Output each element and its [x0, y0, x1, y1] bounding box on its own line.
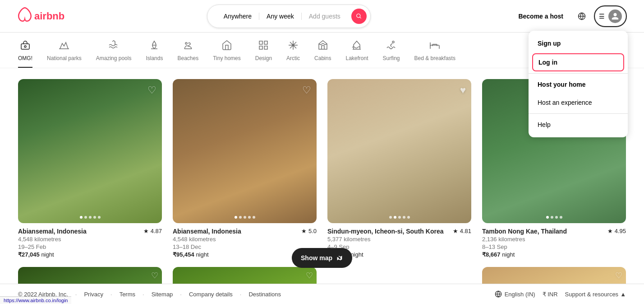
- footer-destinations[interactable]: Destinations: [248, 291, 281, 298]
- arctic-label: Arctic: [286, 55, 300, 61]
- category-islands[interactable]: Islands: [146, 40, 163, 68]
- omg-icon: [20, 40, 31, 52]
- lakefront-icon: [351, 40, 362, 52]
- dropdown-divider-2: [529, 113, 628, 114]
- location-search[interactable]: Anywhere: [216, 13, 259, 20]
- support-button[interactable]: Support & resources ▲: [565, 291, 626, 298]
- wishlist-button-bottom-1[interactable]: ♡: [151, 271, 158, 281]
- category-omg[interactable]: OMG!: [18, 40, 32, 68]
- signup-item[interactable]: Sign up: [529, 34, 628, 52]
- search-bar[interactable]: Anywhere Any week Add guests: [207, 5, 371, 28]
- image-dots-2: [235, 216, 255, 219]
- category-design[interactable]: Design: [255, 40, 272, 68]
- image-dots-1: [80, 216, 101, 219]
- category-bed-breakfasts[interactable]: Bed & breakfasts: [414, 40, 455, 68]
- national-parks-label: National parks: [47, 55, 82, 61]
- language-selector[interactable]: English (IN): [495, 290, 535, 298]
- listing-card-3[interactable]: ♥ Sindun-myeon, Icheon-si, South Korea ★…: [327, 79, 471, 260]
- show-map-container: Show map: [292, 248, 352, 268]
- listing-rating-4: ★ 4.95: [607, 228, 626, 234]
- image-dots-4: [546, 216, 562, 219]
- listing-dates-4: 8–13 Sep: [482, 243, 626, 250]
- wishlist-button-bottom-3[interactable]: ♡: [615, 271, 622, 281]
- category-national-parks[interactable]: National parks: [47, 40, 82, 68]
- guests-search[interactable]: Add guests: [302, 13, 348, 20]
- dropdown-divider: [529, 73, 628, 74]
- svg-point-3: [24, 46, 26, 47]
- listing-header-3: Sindun-myeon, Icheon-si, South Korea ★ 4…: [327, 228, 471, 235]
- search-button[interactable]: [351, 9, 367, 24]
- listing-info-1: Abiansemal, Indonesia ★ 4.87 4,548 kilom…: [18, 223, 162, 260]
- svg-rect-8: [259, 46, 262, 49]
- listing-header-4: Tambon Nong Kae, Thailand ★ 4.95: [482, 228, 626, 235]
- svg-rect-5: [259, 41, 262, 44]
- listing-card-2[interactable]: ♡ Abiansemal, Indonesia ★ 5.0 4,548 kil: [173, 79, 317, 260]
- listing-dates-1: 19–25 Feb: [18, 243, 162, 250]
- category-arctic[interactable]: Arctic: [286, 40, 300, 68]
- category-lakefront[interactable]: Lakefront: [345, 40, 368, 68]
- footer-language: English (IN): [505, 291, 535, 298]
- dropdown-menu: Sign up Log in Host your home Host an ex…: [529, 31, 628, 137]
- host-experience-item[interactable]: Host an experience: [529, 94, 628, 112]
- cabins-label: Cabins: [314, 55, 331, 61]
- footer-right: English (IN) ₹ INR Support & resources ▲: [495, 290, 626, 298]
- show-map-label: Show map: [301, 254, 332, 262]
- wishlist-button-bottom-2[interactable]: ♡: [306, 271, 313, 281]
- category-beaches[interactable]: Beaches: [177, 40, 198, 68]
- footer-sitemap[interactable]: Sitemap: [152, 291, 173, 298]
- listing-distance-3: 5,377 kilometres: [327, 236, 471, 243]
- dot: [407, 216, 410, 219]
- airbnb-logo-icon: [18, 7, 32, 25]
- dates-search[interactable]: Any week: [259, 13, 302, 20]
- footer-support: Support & resources: [565, 291, 619, 298]
- wishlist-button-3[interactable]: ♥: [460, 84, 466, 96]
- listing-card-1[interactable]: ♡ Abiansemal, Indonesia ★ 4.87 4,548 ki: [18, 79, 162, 260]
- image-dots-3: [389, 216, 410, 219]
- logo-text: airbnb: [34, 10, 64, 22]
- svg-point-4: [185, 42, 187, 44]
- dot: [560, 216, 562, 219]
- user-menu-button[interactable]: ☰: [595, 6, 626, 26]
- become-host-button[interactable]: Become a host: [513, 8, 569, 24]
- listing-rating-1: ★ 4.87: [143, 228, 162, 234]
- footer: © 2022 Airbnb, Inc. · Privacy · Terms · …: [0, 284, 644, 304]
- dot: [403, 216, 405, 219]
- footer-terms[interactable]: Terms: [120, 291, 135, 298]
- listing-distance-4: 2,136 kilometres: [482, 236, 626, 243]
- dot: [398, 216, 401, 219]
- logo[interactable]: airbnb: [18, 7, 64, 25]
- wishlist-button-2[interactable]: ♡: [302, 84, 311, 96]
- category-amazing-pools[interactable]: Amazing pools: [96, 40, 132, 68]
- amazing-pools-label: Amazing pools: [96, 55, 132, 61]
- category-cabins[interactable]: Cabins: [314, 40, 331, 68]
- listing-rating-3: ★ 4.81: [453, 228, 471, 234]
- dot: [239, 216, 242, 219]
- language-button[interactable]: [574, 9, 589, 24]
- currency-selector[interactable]: ₹ INR: [543, 291, 558, 298]
- dot: [394, 216, 396, 219]
- listing-price-1: ₹27,045 night: [18, 251, 162, 258]
- svg-point-14: [392, 41, 394, 43]
- category-surfing[interactable]: Surfing: [383, 40, 400, 68]
- footer-company[interactable]: Company details: [189, 291, 233, 298]
- show-map-button[interactable]: Show map: [292, 248, 352, 268]
- lakefront-label: Lakefront: [345, 55, 368, 61]
- help-item[interactable]: Help: [529, 116, 628, 134]
- tiny-homes-icon: [221, 40, 232, 52]
- surfing-icon: [386, 40, 397, 52]
- footer-privacy[interactable]: Privacy: [84, 291, 103, 298]
- arctic-icon: [288, 40, 299, 52]
- avatar: [608, 9, 622, 23]
- tiny-homes-label: Tiny homes: [213, 55, 241, 61]
- login-item[interactable]: Log in: [532, 53, 624, 71]
- beaches-icon: [183, 40, 193, 52]
- listing-image-3: ♥: [327, 79, 471, 223]
- url-bar: https://www.airbnb.co.in/login: [0, 296, 71, 304]
- host-home-item[interactable]: Host your home: [529, 75, 628, 94]
- listing-rating-2: ★ 5.0: [301, 228, 317, 234]
- category-tiny-homes[interactable]: Tiny homes: [213, 40, 241, 68]
- wishlist-button-1[interactable]: ♡: [147, 84, 156, 96]
- listing-image-2: ♡: [173, 79, 317, 223]
- islands-icon: [149, 40, 160, 52]
- listing-location-2: Abiansemal, Indonesia: [173, 228, 241, 235]
